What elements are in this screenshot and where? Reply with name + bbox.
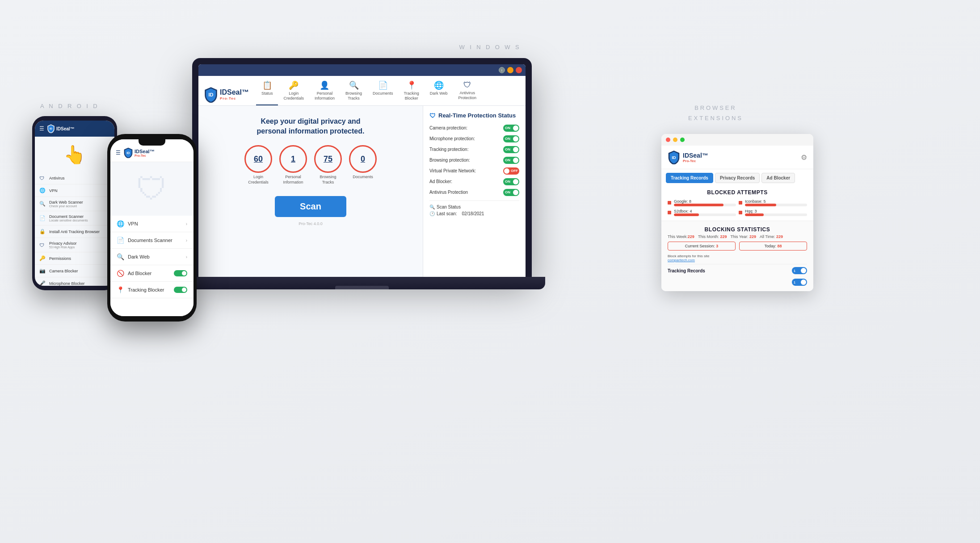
android-menu-permissions[interactable]: 🔑 Permissions: [35, 252, 114, 265]
today-val: 88: [778, 244, 782, 248]
vpn-toggle[interactable]: OFF: [503, 167, 519, 175]
minimize-btn[interactable]: [507, 67, 513, 73]
ext-shield-icon: ID: [668, 150, 680, 164]
hqq-label: Hqq: 3: [745, 209, 807, 213]
ext-minimize-dot[interactable]: [673, 138, 677, 142]
ios-menu-darkweb[interactable]: 🔍 Dark Web ›: [110, 249, 193, 265]
android-menu-antibrowser[interactable]: 🔒 Install Anti Tracking Browser: [35, 226, 114, 238]
android-menu-privacy[interactable]: 🛡 Privacy Advisor 53 High Risk Apps: [35, 238, 114, 252]
android-menu-camera[interactable]: 📷 Camera Blocker: [35, 265, 114, 277]
ext-header: ID IDSeal™ Pro-Tec ⚙: [661, 146, 813, 169]
android-menu-docscan[interactable]: 📄 Document Scanner Locate sensitive docu…: [35, 211, 114, 226]
camera-toggle[interactable]: ON: [503, 125, 519, 132]
browsing-protection-row: Browsing protection: ON: [429, 157, 519, 164]
app-logo: ID IDSeal™ Pro-Tec: [204, 87, 249, 105]
nav-personal[interactable]: 👤 PersonalInformation: [309, 79, 340, 105]
ios-menu: 🌐 VPN › 📄 Documents Scanner › 🔍 Dark Web…: [110, 216, 193, 316]
gear-icon[interactable]: ⚙: [801, 153, 807, 162]
ext-logo-text: IDSeal™: [683, 152, 708, 159]
logo-shield-icon: ID: [204, 87, 218, 103]
stat-personal-value: 1: [279, 145, 307, 173]
nav-browsing-label: BrowsingTracks: [345, 91, 362, 101]
android-menu-darkweb[interactable]: 🔍 Dark Web Scanner Check your account: [35, 197, 114, 211]
antibrowser-label: Install Anti Tracking Browser: [49, 230, 100, 234]
nav-personal-label: PersonalInformation: [315, 91, 335, 101]
tracking-records-label: Tracking Records: [668, 268, 705, 273]
darkweb-icon: 🌐: [434, 80, 444, 90]
ios-adblocker-toggle[interactable]: [174, 270, 187, 276]
google-bar: [674, 204, 723, 206]
laptop-screen-outer: i ID IDSeal™ Pro-Tec: [192, 58, 532, 277]
nav-darkweb-label: Dark Web: [430, 91, 448, 96]
iconbase-dot: [739, 201, 742, 205]
ios-menu-docscan[interactable]: 📄 Documents Scanner ›: [110, 232, 193, 249]
ext-close-dot[interactable]: [666, 138, 670, 142]
vpn-menu-label: VPN: [49, 188, 58, 193]
nav-darkweb[interactable]: 🌐 Dark Web: [425, 79, 453, 105]
stat-browsing-value: 75: [314, 145, 342, 173]
svg-text:ID: ID: [672, 155, 676, 160]
android-menu-mic[interactable]: 🎤 Microphone Blocker: [35, 277, 114, 286]
nav-status[interactable]: 📋 Status: [256, 79, 278, 105]
laptop-container: i ID IDSeal™ Pro-Tec: [192, 58, 545, 289]
nav-tracking[interactable]: 📍 TrackingBlocker: [399, 79, 425, 105]
android-menu-vpn[interactable]: 🌐 VPN: [35, 184, 114, 197]
tracking-protection-row: Tracking protection: ON: [429, 146, 519, 153]
scan-button[interactable]: Scan: [275, 196, 346, 217]
microphone-toggle[interactable]: ON: [503, 135, 519, 142]
hqq-bar-wrap: [745, 213, 807, 216]
tracking-records-toggle[interactable]: 1: [792, 267, 807, 274]
antivirus-toggle[interactable]: ON: [503, 189, 519, 196]
ios-docscan-icon: 📄: [117, 237, 124, 244]
nav-documents[interactable]: 📄 Documents: [367, 79, 399, 105]
ios-menu-adblocker[interactable]: 🚫 Ad Blocker: [110, 265, 193, 282]
scan-search-icon: 🔍: [429, 205, 435, 209]
tab-privacy-records[interactable]: Privacy Records: [715, 173, 760, 183]
camera-menu-icon: 📷: [39, 268, 46, 274]
info-btn[interactable]: i: [499, 67, 505, 73]
android-label: A N D R O I D: [40, 103, 99, 109]
app-navbar: ID IDSeal™ Pro-Tec 📋 Status �: [198, 76, 526, 106]
svg-text:ID: ID: [50, 127, 53, 130]
session-row: Current Session: 3 Today: 88: [668, 242, 807, 251]
docscan-menu-sub: Locate sensitive documents: [49, 219, 88, 222]
adblocker-protection-row: Ad Blocker: ON: [429, 178, 519, 185]
browsing-toggle[interactable]: ON: [503, 157, 519, 164]
nav-login[interactable]: 🔑 LoginCredentials: [278, 79, 309, 105]
tracking-toggle[interactable]: ON: [503, 146, 519, 153]
docscan-menu-label: Document Scanner: [49, 214, 88, 219]
scan-status-section: 🔍 Scan Status 🕐 Last scan: 02/18/2021: [429, 200, 519, 216]
adblocker-label: Ad Blocker:: [429, 179, 452, 184]
current-session-box: Current Session: 3: [668, 242, 736, 251]
close-btn[interactable]: [516, 67, 522, 73]
ios-vpn-chevron: ›: [186, 221, 187, 226]
current-session-val: 3: [716, 244, 718, 248]
ios-adblocker-label: Ad Blocker: [128, 271, 151, 276]
adblocker-toggle[interactable]: ON: [503, 178, 519, 185]
ios-hamburger-icon[interactable]: ☰: [116, 150, 121, 156]
ios-menu-tracking[interactable]: 📍 Tracking Blocker: [110, 282, 193, 298]
shield-small-icon: 🛡: [429, 112, 436, 119]
google-bar-wrap: [674, 204, 736, 206]
site-link[interactable]: comparitech.com: [668, 258, 695, 262]
nav-antivirus[interactable]: 🛡 AntivirusProtection: [453, 79, 482, 105]
tab-tracking-records[interactable]: Tracking Records: [666, 173, 713, 183]
ext-protec-text: Pro-Tec: [683, 159, 708, 163]
hamburger-icon[interactable]: ☰: [39, 125, 44, 132]
s2dbox-bar: [674, 213, 699, 216]
app-tagline: Keep your digital privacy andpersonal in…: [207, 117, 414, 137]
antivirus-icon: 🛡: [463, 80, 471, 90]
ios-menu-vpn[interactable]: 🌐 VPN ›: [110, 216, 193, 232]
ext-maximize-dot[interactable]: [680, 138, 685, 142]
nav-browsing[interactable]: 🔍 BrowsingTracks: [340, 79, 367, 105]
blocking-stats-row: This Week:229 This Month: 229 This Year:…: [668, 234, 807, 239]
second-toggle[interactable]: 1: [792, 279, 807, 286]
app-titlebar: i: [198, 64, 526, 76]
app-content: Keep your digital privacy andpersonal in…: [198, 106, 526, 277]
android-menu-antivirus[interactable]: 🛡 Antivirus: [35, 172, 114, 184]
microphone-label: Microphone protection:: [429, 136, 475, 141]
all-time-label: All Time: 229: [760, 234, 783, 239]
ios-tracking-toggle[interactable]: [174, 287, 187, 293]
tab-ad-blocker[interactable]: Ad Blocker: [761, 173, 795, 183]
blocked-attempts-title: BLOCKED ATTEMPTS: [661, 187, 813, 197]
